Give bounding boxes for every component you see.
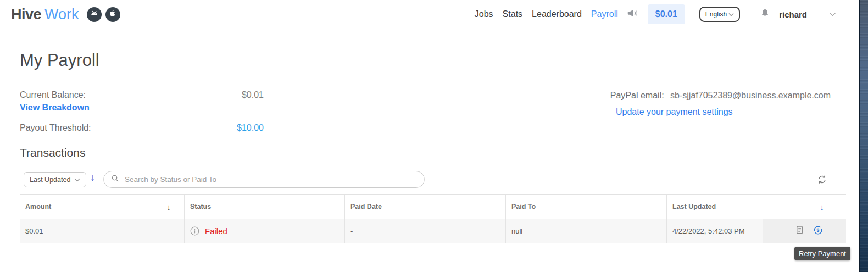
amount-sort-icon[interactable]: ↓ <box>167 202 171 212</box>
current-balance-value: $0.01 <box>209 90 264 100</box>
android-app-button[interactable] <box>87 7 102 22</box>
app-store-badges <box>87 7 120 22</box>
search-input[interactable] <box>124 175 417 184</box>
retry-payment-tooltip: Retry Payment <box>794 247 850 260</box>
page-title: My Payroll <box>20 51 99 70</box>
paypal-email-row: PayPal email: sb-sjjaf7052389@business.e… <box>610 91 831 101</box>
update-payment-settings-link[interactable]: Update your payment settings <box>616 107 733 117</box>
payroll-page: Hive Work <box>0 0 868 272</box>
column-header-status[interactable]: Status <box>184 195 344 219</box>
transactions-table: Amount ↓ Status Paid Date Paid To Last U… <box>20 194 846 243</box>
sort-field-value: Last Updated <box>30 176 70 184</box>
nav-link-leaderboard[interactable]: Leaderboard <box>532 9 582 19</box>
apple-icon <box>109 9 116 20</box>
refresh-button[interactable] <box>817 175 827 186</box>
row-actions-panel: $ <box>763 219 846 243</box>
current-balance-label: Current Balance: <box>20 90 86 100</box>
column-header-last-updated[interactable]: Last Updated ↓ <box>666 195 846 219</box>
table-row: $0.01 Failed - null 4/22/2022, 5: <box>20 219 846 243</box>
paypal-email-value: sb-sjjaf7052389@business.example.com <box>670 91 831 100</box>
transactions-search <box>103 171 425 188</box>
view-details-button[interactable] <box>795 225 804 237</box>
android-icon <box>90 9 99 20</box>
search-icon <box>111 174 119 185</box>
nav-link-stats[interactable]: Stats <box>503 9 522 19</box>
top-navbar: Hive Work <box>0 0 859 29</box>
chevron-down-icon <box>728 10 734 18</box>
info-icon[interactable] <box>190 226 199 236</box>
retry-payment-icon: $ <box>813 225 823 237</box>
cell-paid-to: null <box>505 219 666 243</box>
brand-logo[interactable]: Hive Work <box>11 6 79 23</box>
nav-link-jobs[interactable]: Jobs <box>475 9 493 19</box>
chevron-down-icon <box>74 176 80 184</box>
payout-threshold-value: $10.00 <box>209 123 264 133</box>
table-header-row: Amount ↓ Status Paid Date Paid To Last U… <box>20 194 846 219</box>
bell-icon <box>760 8 770 20</box>
cell-status: Failed <box>184 219 344 243</box>
ios-app-button[interactable] <box>105 7 120 22</box>
cell-amount: $0.01 <box>20 219 184 243</box>
announcements-button[interactable] <box>627 8 638 20</box>
payout-threshold-label: Payout Threshold: <box>20 123 91 133</box>
sort-field-select[interactable]: Last Updated <box>24 172 86 187</box>
transactions-title: Transactions <box>20 146 85 159</box>
last-updated-sort-icon[interactable]: ↓ <box>820 202 825 212</box>
sort-direction-button[interactable]: ↓ <box>90 171 96 184</box>
column-header-paid-to[interactable]: Paid To <box>505 195 666 219</box>
nav-link-payroll[interactable]: Payroll <box>591 9 618 19</box>
notifications-button[interactable] <box>760 8 770 20</box>
column-header-paid-date[interactable]: Paid Date <box>344 195 505 219</box>
column-header-amount[interactable]: Amount ↓ <box>20 195 184 219</box>
window-background-strip <box>859 0 868 272</box>
balance-badge[interactable]: $0.01 <box>648 4 685 24</box>
navbar-right: Jobs Stats Leaderboard Payroll $0.01 Eng… <box>465 4 836 24</box>
navbar-divider <box>750 4 750 24</box>
megaphone-icon <box>627 8 638 20</box>
refresh-icon <box>817 175 827 186</box>
cell-last-updated: 4/22/2022, 5:42:03 PM <box>666 219 846 243</box>
receipt-icon <box>795 225 804 237</box>
brand-name-bold: Hive <box>11 6 41 23</box>
language-selector[interactable]: English <box>699 7 740 22</box>
view-breakdown-link[interactable]: View Breakdown <box>20 103 90 113</box>
retry-payment-button[interactable]: $ <box>813 225 823 237</box>
svg-text:$: $ <box>817 227 820 233</box>
paypal-email-label: PayPal email: <box>610 91 664 100</box>
brand-name-light: Work <box>44 6 79 23</box>
status-failed-text: Failed <box>205 226 227 236</box>
username[interactable]: richard <box>779 10 807 19</box>
cell-paid-date: - <box>344 219 505 243</box>
user-menu-chevron-icon[interactable] <box>829 12 836 16</box>
language-label: English <box>705 10 727 18</box>
